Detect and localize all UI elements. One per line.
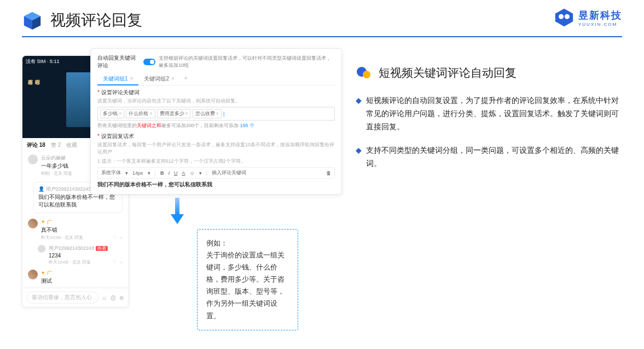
- heart-icon[interactable]: ♡: [113, 235, 117, 240]
- font-color-icon[interactable]: A: [182, 170, 185, 176]
- brand-logo: 昱新科技YUUXIN.COM: [554, 8, 622, 27]
- comment-input[interactable]: 善语结善缘，恶言伤人心: [27, 291, 98, 304]
- bold-icon[interactable]: B: [160, 170, 164, 176]
- svg-rect-6: [175, 198, 179, 215]
- reply-tip: 1 提示：一个富文本框最多支持512个字符，一个汉字占用2个字符。: [97, 158, 335, 165]
- example-body: 关于询价的设置成一组关键词，多少钱、什么价格，费用多少等。关于咨询班型、版本、型…: [206, 249, 289, 322]
- bullet-text: 短视频评论的自动回复设置，为了提升作者的评论回复效率，在系统中针对常见的评论用户…: [366, 94, 622, 133]
- auto-reply-toggle[interactable]: [143, 59, 155, 65]
- settings-panel: 自动回复关键词评论 支持根据评论的关键词设置回复话术，可以针对不同类型关键词设置…: [90, 48, 342, 194]
- ad-label: ✦ 广: [41, 219, 123, 226]
- dislike-icon[interactable]: ⍉: [120, 260, 123, 265]
- logo-subtext: YUUXIN.COM: [578, 22, 622, 27]
- cube-icon: [22, 10, 43, 31]
- avatar: [28, 155, 38, 164]
- dislike-icon[interactable]: ⍉: [120, 235, 123, 240]
- example-box: 例如： 关于询价的设置成一组关键词，多少钱、什么价格，费用多少等。关于咨询班型、…: [197, 229, 298, 330]
- emoji-icon[interactable]: ☺: [102, 295, 107, 301]
- keywords-input[interactable]: 多少钱× 什么价格× 费用是多少× 怎么收费× |: [97, 107, 335, 121]
- reply-label: 设置回复话术: [97, 133, 335, 140]
- page-title: 视频评论回复: [50, 10, 142, 31]
- logo-icon: [554, 8, 574, 27]
- auto-reply-hint: 支持根据评论的关键词设置回复话术，可以针对不同类型关键词设置回复话术，最多添加1…: [159, 55, 335, 69]
- diamond-icon: ◆: [356, 144, 362, 170]
- avatar: [28, 219, 38, 228]
- svg-marker-7: [171, 214, 184, 224]
- keyword-tag: 费用是多少×: [157, 109, 191, 118]
- avatar: [28, 270, 38, 279]
- add-tab-button[interactable]: +: [180, 73, 192, 85]
- diamond-icon: ◆: [356, 94, 362, 133]
- tab-group1[interactable]: 关键词组1×: [97, 73, 138, 85]
- svg-point-5: [565, 14, 570, 19]
- underline-icon[interactable]: U: [174, 170, 178, 176]
- keyword-tag: 多少钱×: [100, 109, 124, 118]
- italic-icon[interactable]: I: [168, 170, 170, 176]
- keywords-label: 设置评论关键词: [97, 89, 335, 96]
- avatar: [38, 245, 45, 253]
- example-lead: 例如：: [206, 237, 289, 249]
- tab-likes[interactable]: 赞 2: [51, 141, 61, 149]
- tab-comments[interactable]: 评论 18: [27, 141, 45, 149]
- delete-icon[interactable]: 🗑: [326, 170, 331, 176]
- emoji-icon[interactable]: ☺: [189, 170, 194, 176]
- section-title: 短视频关键词评论自动回复: [379, 65, 517, 81]
- divider: [22, 36, 622, 37]
- svg-marker-3: [555, 9, 573, 26]
- svg-point-4: [559, 14, 564, 19]
- author-badge: 作者: [96, 246, 108, 251]
- reply-content[interactable]: 我们不同的版本价格不一样，您可以私信联系我: [97, 181, 335, 188]
- auto-reply-label: 自动回复关键词评论: [97, 54, 140, 70]
- arrow-down-icon: [171, 198, 184, 225]
- comment-item: ✦ 广 真不错 昨天10:08 · 北京 回复♡⍉: [22, 216, 128, 243]
- bullet-text: 支持不同类型的关键词分组，同一类问题，可设置多个相近的、高频的关键词。: [366, 144, 622, 170]
- keywords-hint: 设置关键词，当评论内容包含了以下关键词，则系统可自动回复。: [97, 98, 335, 105]
- comment-item: 用户2299214302243作者 1234 昨天10:08 · 北京 回复♡⍉: [22, 243, 128, 267]
- keyword-tag: 什么价格×: [126, 109, 155, 118]
- keywords-note: 所有关键词组里的关键词之和最多可添加200个，目前剩余可添加 195 个: [97, 122, 335, 129]
- close-icon[interactable]: ×: [130, 76, 134, 82]
- mention-icon[interactable]: @: [111, 295, 116, 301]
- tab-fav[interactable]: 收藏: [66, 141, 77, 149]
- tab-group2[interactable]: 关键词组2×: [138, 73, 179, 85]
- gift-icon[interactable]: ⊕: [119, 295, 124, 301]
- close-icon[interactable]: ×: [171, 76, 175, 82]
- editor-toolbar[interactable]: 系统字体▾ 14px▾ | BIU A☺▾ | 插入评论关键词 🗑: [97, 167, 335, 179]
- keyword-tag: 怎么收费×: [193, 109, 222, 118]
- comment-item: ✦ 广 测试: [22, 267, 128, 288]
- ad-label: ✦ 广: [41, 270, 123, 277]
- chat-icon: [356, 65, 372, 81]
- insert-keyword-button[interactable]: 插入评论关键词: [212, 169, 246, 176]
- reply-hint: 设置回复话术，每回复一个用户评论只发送一条话术，最多支持设置10条不同话术，按添…: [97, 141, 335, 156]
- heart-icon[interactable]: ♡: [113, 260, 117, 265]
- logo-text: 昱新科技: [578, 9, 622, 22]
- svg-point-9: [363, 71, 370, 78]
